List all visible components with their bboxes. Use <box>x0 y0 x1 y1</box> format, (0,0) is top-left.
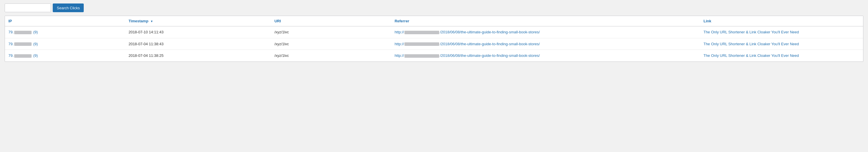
cell-referrer: http:///2018/06/08/the-ultimate-guide-to… <box>391 50 700 61</box>
search-bar: Search Clicks <box>5 3 863 12</box>
sort-indicator-timestamp: ▼ <box>150 20 153 23</box>
table-row: 79. (9)2018-07-10 14:11:43/xyz/1lvchttp:… <box>5 26 863 38</box>
col-header-timestamp[interactable]: Timestamp ▼ <box>125 16 271 26</box>
cell-ip: 79. (9) <box>5 50 125 61</box>
referrer-redacted <box>404 54 439 58</box>
clicks-table-wrapper: IP Timestamp ▼ URI Referrer Link 79. (9)… <box>5 16 863 62</box>
ip-suffix: (9) <box>32 53 38 58</box>
cell-ip: 79. (9) <box>5 26 125 38</box>
cell-ip: 79. (9) <box>5 38 125 50</box>
ip-prefix: 79. <box>8 42 13 46</box>
link-anchor[interactable]: The Only URL Shortener & Link Cloaker Yo… <box>704 30 799 34</box>
cell-uri: /xyz/1lvc <box>271 26 391 38</box>
cell-link[interactable]: The Only URL Shortener & Link Cloaker Yo… <box>700 38 863 50</box>
col-header-referrer: Referrer <box>391 16 700 26</box>
ip-suffix: (9) <box>32 42 38 46</box>
col-header-ip: IP <box>5 16 125 26</box>
ip-redacted <box>14 54 32 58</box>
referrer-redacted <box>404 31 439 34</box>
cell-timestamp: 2018-07-04 11:38:25 <box>125 50 271 61</box>
referrer-redacted <box>404 42 439 46</box>
referrer-text: http:///2018/06/08/the-ultimate-guide-to… <box>395 30 540 34</box>
table-body: 79. (9)2018-07-10 14:11:43/xyz/1lvchttp:… <box>5 26 863 61</box>
col-header-link: Link <box>700 16 863 26</box>
link-anchor[interactable]: The Only URL Shortener & Link Cloaker Yo… <box>704 42 799 46</box>
ip-suffix: (9) <box>32 30 38 34</box>
clicks-table: IP Timestamp ▼ URI Referrer Link 79. (9)… <box>5 16 863 61</box>
link-anchor[interactable]: The Only URL Shortener & Link Cloaker Yo… <box>704 53 799 58</box>
table-row: 79. (9)2018-07-04 11:38:25/xyz/1lvchttp:… <box>5 50 863 61</box>
search-clicks-button[interactable]: Search Clicks <box>53 3 84 12</box>
referrer-text: http:///2018/06/08/the-ultimate-guide-to… <box>395 53 540 58</box>
cell-uri: /xyz/1lvc <box>271 38 391 50</box>
cell-referrer: http:///2018/06/08/the-ultimate-guide-to… <box>391 26 700 38</box>
cell-link[interactable]: The Only URL Shortener & Link Cloaker Yo… <box>700 50 863 61</box>
cell-referrer: http:///2018/06/08/the-ultimate-guide-to… <box>391 38 700 50</box>
table-header-row: IP Timestamp ▼ URI Referrer Link <box>5 16 863 26</box>
ip-redacted <box>14 31 32 34</box>
referrer-text: http:///2018/06/08/the-ultimate-guide-to… <box>395 42 540 46</box>
table-row: 79. (9)2018-07-04 11:38:43/xyz/1lvchttp:… <box>5 38 863 50</box>
col-header-uri: URI <box>271 16 391 26</box>
cell-timestamp: 2018-07-04 11:38:43 <box>125 38 271 50</box>
ip-redacted <box>14 42 32 46</box>
ip-prefix: 79. <box>8 53 13 58</box>
search-input[interactable] <box>5 3 51 12</box>
page-wrapper: Search Clicks IP Timestamp ▼ URI Referre… <box>0 0 868 152</box>
cell-link[interactable]: The Only URL Shortener & Link Cloaker Yo… <box>700 26 863 38</box>
ip-prefix: 79. <box>8 30 13 34</box>
cell-timestamp: 2018-07-10 14:11:43 <box>125 26 271 38</box>
cell-uri: /xyz/1lvc <box>271 50 391 61</box>
